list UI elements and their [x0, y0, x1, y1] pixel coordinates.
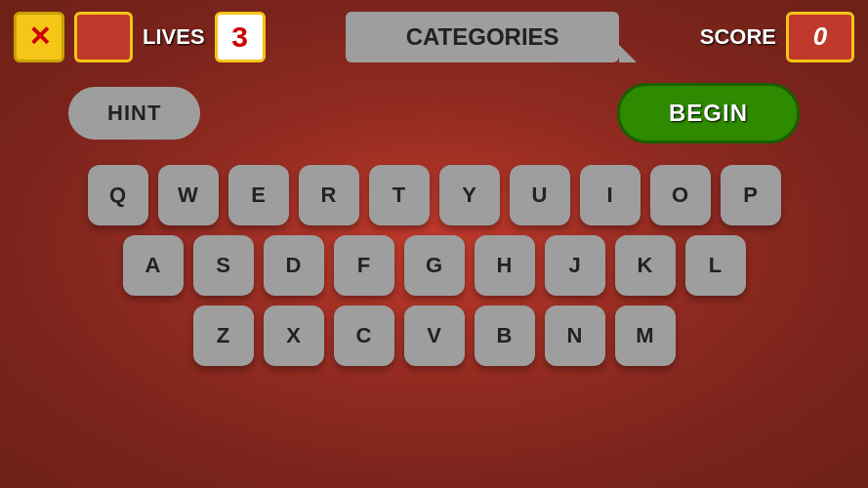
key-d[interactable]: D	[264, 235, 324, 296]
key-i[interactable]: I	[580, 165, 641, 225]
keyboard-row-3: ZXCVBNM	[193, 305, 676, 366]
key-q[interactable]: Q	[88, 165, 148, 225]
game-area: HINT BEGIN QWERTYUIOP ASDFGHJKL ZXCVBNM	[0, 73, 868, 488]
key-p[interactable]: P	[721, 165, 781, 225]
key-a[interactable]: A	[123, 235, 184, 296]
lives-count: 3	[215, 12, 266, 62]
begin-button[interactable]: BEGIN	[617, 83, 800, 143]
score-label: SCORE	[700, 24, 776, 50]
hint-button[interactable]: HINT	[68, 87, 200, 140]
close-icon: ✕	[28, 20, 51, 53]
close-button[interactable]: ✕	[14, 12, 64, 62]
key-v[interactable]: V	[404, 305, 465, 366]
key-n[interactable]: N	[545, 305, 605, 366]
header: ✕ LIVES 3 CATEGORIES SCORE 0	[0, 0, 868, 73]
lives-label: LIVES	[143, 24, 205, 50]
key-w[interactable]: W	[158, 165, 219, 225]
red-placeholder-box	[74, 12, 133, 62]
categories-button[interactable]: CATEGORIES	[346, 12, 619, 62]
key-r[interactable]: R	[299, 165, 359, 225]
keyboard-row-1: QWERTYUIOP	[88, 165, 781, 225]
key-e[interactable]: E	[228, 165, 289, 225]
key-t[interactable]: T	[369, 165, 430, 225]
key-u[interactable]: U	[510, 165, 570, 225]
categories-label: CATEGORIES	[406, 23, 559, 51]
action-row: HINT BEGIN	[59, 83, 809, 143]
key-c[interactable]: C	[334, 305, 394, 366]
key-b[interactable]: B	[475, 305, 535, 366]
key-k[interactable]: K	[615, 235, 676, 296]
key-g[interactable]: G	[404, 235, 465, 296]
keyboard-row-2: ASDFGHJKL	[123, 235, 746, 296]
key-s[interactable]: S	[193, 235, 254, 296]
score-value: 0	[786, 12, 854, 62]
key-z[interactable]: Z	[193, 305, 254, 366]
key-f[interactable]: F	[334, 235, 394, 296]
key-h[interactable]: H	[475, 235, 535, 296]
key-y[interactable]: Y	[439, 165, 500, 225]
key-o[interactable]: O	[650, 165, 711, 225]
key-l[interactable]: L	[685, 235, 746, 296]
keyboard: QWERTYUIOP ASDFGHJKL ZXCVBNM	[59, 165, 809, 366]
key-j[interactable]: J	[545, 235, 605, 296]
key-m[interactable]: M	[615, 305, 676, 366]
key-x[interactable]: X	[264, 305, 324, 366]
